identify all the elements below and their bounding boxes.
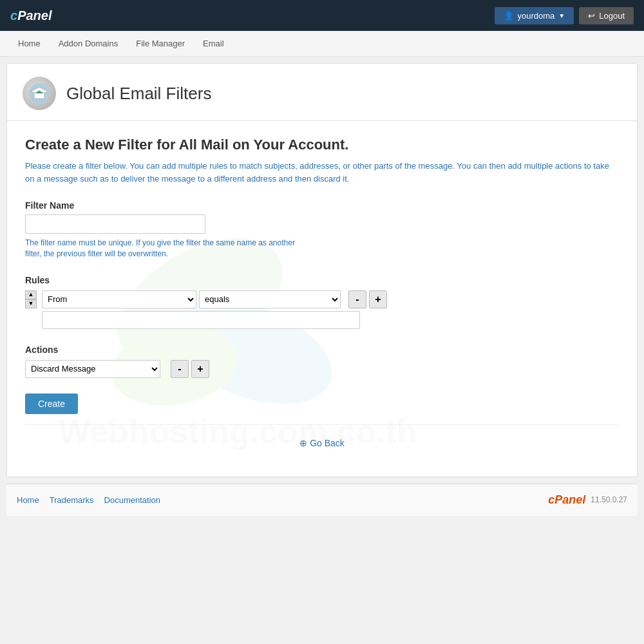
create-button-container: Create — [25, 378, 619, 414]
main-content: Global Email Filters Webhosting.com.co.t… — [6, 63, 638, 477]
actions-section: Actions Discard Message Fail with Messag… — [25, 345, 619, 378]
filter-name-label: Filter Name — [25, 200, 619, 211]
go-back-label: Go Back — [310, 438, 345, 448]
nav-menu: Home Addon Domains File Manager Email — [0, 31, 644, 57]
rule-value-row — [25, 311, 619, 329]
action-remove-button[interactable]: - — [171, 360, 189, 378]
page-icon — [23, 77, 56, 110]
actions-row: Discard Message Fail with Message Stop P… — [25, 360, 619, 378]
form-container: Create a New Filter for All Mail on Your… — [25, 137, 619, 414]
stepper-up-button[interactable]: ▲ — [25, 290, 37, 299]
section-title: Create a New Filter for All Mail on Your… — [25, 137, 619, 153]
cpanel-footer-logo: cPanel — [548, 493, 585, 507]
footer-links: Home Trademarks Documentation — [17, 495, 160, 505]
rule-add-button[interactable]: + — [369, 290, 387, 308]
rule-stepper: ▲ ▼ — [25, 290, 37, 308]
nav-addon-domains[interactable]: Addon Domains — [51, 33, 126, 53]
footer-home-link[interactable]: Home — [17, 495, 39, 505]
rules-section: Rules ▲ ▼ From To Subject Reply Address … — [25, 275, 619, 329]
go-back-link[interactable]: ⊕ Go Back — [299, 438, 345, 448]
page-header: Global Email Filters — [7, 64, 637, 121]
logout-icon: ↩ — [588, 11, 595, 21]
footer-trademarks-link[interactable]: Trademarks — [50, 495, 94, 505]
actions-select[interactable]: Discard Message Fail with Message Stop P… — [25, 360, 160, 378]
version-label: 11.50.0.27 — [591, 495, 627, 504]
rule-from-select[interactable]: From To Subject Reply Address Body Any H… — [42, 290, 196, 308]
email-filter-icon — [29, 83, 50, 104]
rule-value-input[interactable] — [42, 311, 360, 329]
go-back-section: ⊕ Go Back — [25, 424, 619, 461]
create-button[interactable]: Create — [25, 393, 78, 414]
topbar-right: 👤 yourdoma ▼ ↩ Logout — [495, 7, 634, 24]
content-body: Webhosting.com.co.th Create a New Filter… — [7, 121, 637, 477]
logout-button[interactable]: ↩ Logout — [579, 7, 634, 24]
nav-file-manager[interactable]: File Manager — [128, 33, 193, 53]
page-title: Global Email Filters — [66, 84, 211, 104]
filter-name-field: Filter Name The filter name must be uniq… — [25, 200, 619, 260]
rule-action-buttons: - + — [348, 290, 387, 308]
cpanel-logo: cPanel — [10, 8, 52, 23]
user-icon: 👤 — [504, 11, 514, 21]
intro-text: Please create a filter below. You can ad… — [25, 160, 619, 185]
chevron-down-icon: ▼ — [558, 12, 565, 19]
action-add-button[interactable]: + — [191, 360, 209, 378]
go-back-icon: ⊕ — [299, 438, 307, 448]
rule-row-1: ▲ ▼ From To Subject Reply Address Body A… — [25, 290, 619, 308]
footer-right: cPanel 11.50.0.27 — [548, 493, 627, 507]
nav-email[interactable]: Email — [195, 33, 232, 53]
rules-label: Rules — [25, 275, 619, 285]
nav-home[interactable]: Home — [10, 33, 48, 53]
actions-label: Actions — [25, 345, 619, 355]
footer-documentation-link[interactable]: Documentation — [104, 495, 160, 505]
filter-name-input[interactable] — [25, 214, 205, 234]
filter-name-hint: The filter name must be unique. If you g… — [25, 238, 302, 260]
action-action-buttons: - + — [171, 360, 209, 378]
rule-remove-button[interactable]: - — [348, 290, 366, 308]
stepper-down-button[interactable]: ▼ — [25, 299, 37, 308]
footer: Home Trademarks Documentation cPanel 11.… — [6, 484, 638, 516]
username-label: yourdoma — [518, 11, 555, 21]
topbar: cPanel 👤 yourdoma ▼ ↩ Logout — [0, 0, 644, 31]
rule-condition-select[interactable]: equals matches regex contains does not c… — [199, 290, 341, 308]
user-menu-button[interactable]: 👤 yourdoma ▼ — [495, 7, 574, 24]
